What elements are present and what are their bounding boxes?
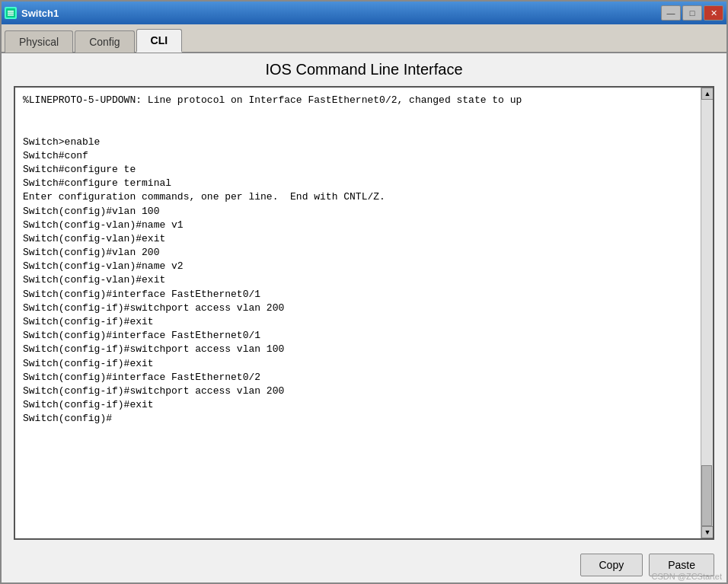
page-title: IOS Command Line Interface [14, 61, 714, 78]
scroll-thumb[interactable] [701, 465, 712, 526]
bottom-bar: Copy Paste [2, 547, 726, 582]
switch-icon [5, 7, 17, 19]
cli-container: %LINEPROTO-5-UPDOWN: Line protocol on In… [14, 86, 714, 540]
svg-rect-3 [8, 14, 14, 16]
maximize-button[interactable]: □ [682, 5, 702, 21]
main-window: Switch1 — □ ✕ Physical Config CLI IOS Co… [0, 0, 728, 584]
scroll-up-button[interactable]: ▲ [701, 88, 714, 100]
watermark: CSDN @ZCStartet [652, 572, 722, 581]
scroll-track[interactable] [701, 100, 713, 526]
window-title: Switch1 [21, 8, 59, 19]
cli-output[interactable]: %LINEPROTO-5-UPDOWN: Line protocol on In… [15, 88, 701, 538]
tab-physical[interactable]: Physical [5, 30, 73, 53]
minimize-button[interactable]: — [661, 5, 681, 21]
close-button[interactable]: ✕ [704, 5, 723, 21]
scroll-down-button[interactable]: ▼ [701, 526, 714, 538]
scrollbar[interactable]: ▲ ▼ [701, 88, 713, 538]
title-bar-controls: — □ ✕ [661, 5, 723, 21]
tab-cli[interactable]: CLI [136, 29, 183, 53]
title-bar-left: Switch1 [5, 7, 59, 19]
title-bar: Switch1 — □ ✕ [2, 2, 726, 24]
tab-config[interactable]: Config [75, 30, 134, 53]
svg-rect-2 [8, 13, 14, 14]
svg-rect-1 [8, 11, 14, 12]
tab-bar: Physical Config CLI [2, 24, 726, 53]
copy-button[interactable]: Copy [580, 554, 643, 576]
main-content: IOS Command Line Interface %LINEPROTO-5-… [2, 53, 726, 547]
